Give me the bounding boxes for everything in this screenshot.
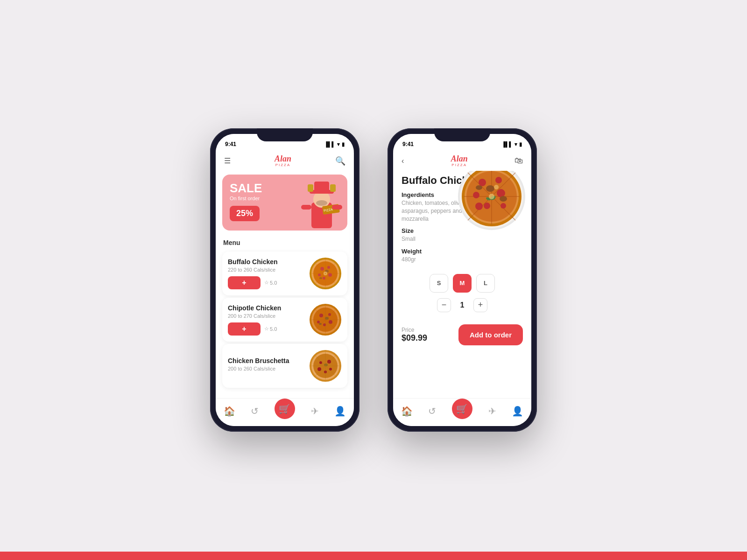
menu-card-1: Chipotle Chicken 200 to 270 Cals/slice +…	[222, 298, 347, 342]
battery-icon-2: ▮	[519, 141, 522, 147]
nav-history-2[interactable]: ↺	[428, 406, 436, 417]
card-cals-0: 220 to 260 Cals/slice	[228, 267, 304, 273]
card-actions-1: + ☆ 5.0	[228, 322, 304, 336]
quantity-increase[interactable]: +	[473, 298, 487, 312]
bottom-nav-1: 🏠 ↺ 🛒 ✈ 👤	[216, 398, 354, 426]
price-section: Price $09.99	[402, 327, 427, 343]
sale-subtitle: On first order	[230, 196, 262, 201]
logo-underline-1: PiZZA	[274, 163, 292, 167]
svg-point-43	[319, 361, 322, 364]
cart-icon[interactable]: 🛍	[514, 156, 523, 166]
svg-point-69	[486, 185, 494, 192]
weight-label: Weight	[402, 248, 523, 255]
svg-point-74	[489, 194, 494, 199]
logo-2: Alan PiZZA	[450, 154, 468, 167]
card-name-0: Buffalo Chicken	[228, 258, 304, 266]
content-area-2: Buffalo Chicken	[393, 171, 531, 426]
back-button[interactable]: ‹	[402, 157, 404, 165]
phone-1-inner: 9:41 ▐▌▌ ▾ ▮ ☰ Alan PiZZA	[216, 134, 354, 426]
time-1: 9:41	[225, 141, 236, 147]
quantity-row: − 1 +	[393, 296, 531, 317]
add-to-order-button[interactable]: Add to order	[458, 324, 523, 345]
hamburger-icon[interactable]: ☰	[224, 156, 231, 165]
quantity-value: 1	[458, 301, 467, 309]
section-title: Menu	[216, 234, 354, 249]
card-actions-0: + ☆ 5.0	[228, 276, 304, 289]
card-info-1: Chipotle Chicken 200 to 270 Cals/slice +…	[228, 304, 304, 336]
delivery-person-figure: PIZZA	[298, 175, 347, 231]
nav-profile-1[interactable]: 👤	[334, 406, 346, 417]
phone-1: 9:41 ▐▌▌ ▾ ▮ ☰ Alan PiZZA	[210, 128, 359, 432]
sale-text: SALE On first order 25%	[230, 182, 262, 221]
rating-0: ☆ 5.0	[264, 280, 277, 286]
status-icons-1: ▐▌▌ ▾ ▮	[324, 141, 345, 147]
price-value: $09.99	[402, 333, 427, 343]
battery-icon-1: ▮	[342, 141, 345, 147]
svg-point-66	[484, 203, 490, 209]
svg-point-15	[327, 266, 330, 269]
size-value: Small	[402, 235, 523, 243]
size-btn-s[interactable]: S	[430, 274, 448, 293]
phone-2: 9:41 ▐▌▌ ▾ ▮ ‹ Alan PiZZA	[388, 128, 537, 432]
sale-title: SALE	[230, 182, 262, 194]
card-cals-2: 200 to 260 Cals/slice	[228, 366, 304, 371]
app-header-2: ‹ Alan PiZZA 🛍	[393, 152, 531, 171]
pizza-svg-2	[309, 350, 342, 382]
svg-point-62	[479, 179, 486, 186]
svg-point-64	[473, 192, 479, 198]
nav-profile-2[interactable]: 👤	[512, 406, 523, 417]
pizza-image-2	[309, 350, 342, 382]
phone-2-inner: 9:41 ▐▌▌ ▾ ▮ ‹ Alan PiZZA	[393, 134, 531, 426]
time-2: 9:41	[402, 141, 414, 147]
rating-1: ☆ 5.0	[264, 326, 277, 332]
nav-cart-1[interactable]: 🛒	[275, 399, 295, 419]
svg-point-70	[476, 185, 482, 190]
card-cals-1: 200 to 270 Cals/slice	[228, 313, 304, 319]
sale-banner: SALE On first order 25%	[222, 175, 347, 231]
signal-icon-1: ▐▌▌	[324, 141, 335, 147]
signal-icon-2: ▐▌▌	[502, 141, 513, 147]
status-icons-2: ▐▌▌ ▾ ▮	[502, 141, 522, 147]
svg-point-44	[327, 360, 331, 364]
app-header-1: ☰ Alan PiZZA 🔍	[216, 152, 354, 171]
product-image-container	[457, 171, 527, 231]
nav-location-1[interactable]: ✈	[311, 406, 319, 417]
nav-home-1[interactable]: 🏠	[224, 406, 235, 417]
wifi-icon-2: ▾	[514, 141, 517, 147]
size-btn-m[interactable]: M	[453, 274, 472, 293]
card-name-2: Chicken Bruschetta	[228, 357, 304, 364]
svg-rect-5	[308, 184, 313, 192]
card-info-0: Buffalo Chicken 220 to 260 Cals/slice + …	[228, 258, 304, 289]
menu-card-2: Chicken Bruschetta 200 to 260 Cals/slice	[222, 344, 347, 388]
add-button-1[interactable]: +	[228, 322, 261, 336]
svg-point-31	[317, 321, 320, 323]
nav-cart-2[interactable]: 🛒	[452, 399, 472, 419]
nav-home-2[interactable]: 🏠	[401, 406, 413, 417]
weight-value: 480gr	[402, 256, 523, 264]
nav-history-1[interactable]: ↺	[251, 406, 259, 417]
page-wrapper: 9:41 ▐▌▌ ▾ ▮ ☰ Alan PiZZA	[0, 100, 747, 460]
svg-rect-6	[330, 184, 336, 192]
quantity-decrease[interactable]: −	[437, 298, 451, 312]
price-label: Price	[402, 327, 427, 333]
product-pizza-svg	[457, 171, 527, 231]
svg-rect-9	[301, 205, 311, 210]
search-icon[interactable]: 🔍	[335, 156, 345, 166]
nav-location-2[interactable]: ✈	[488, 406, 496, 417]
bottom-red-bar	[0, 552, 747, 560]
add-button-0[interactable]: +	[228, 276, 261, 289]
pizza-image-0	[309, 257, 342, 290]
size-selector: S M L	[393, 268, 531, 296]
sale-badge: 25%	[230, 206, 260, 221]
scroll-content-2: Buffalo Chicken	[393, 171, 531, 426]
svg-point-63	[495, 177, 502, 183]
size-btn-l[interactable]: L	[476, 274, 495, 293]
notch-2	[434, 128, 490, 141]
svg-rect-4	[314, 182, 329, 192]
price-row: Price $09.99 Add to order	[393, 319, 531, 351]
pizza-svg-0	[309, 257, 342, 290]
pizza-image-1	[309, 303, 342, 336]
menu-card-0: Buffalo Chicken 220 to 260 Cals/slice + …	[222, 252, 347, 295]
notch-1	[257, 128, 313, 141]
scroll-content-1: SALE On first order 25%	[216, 171, 354, 426]
